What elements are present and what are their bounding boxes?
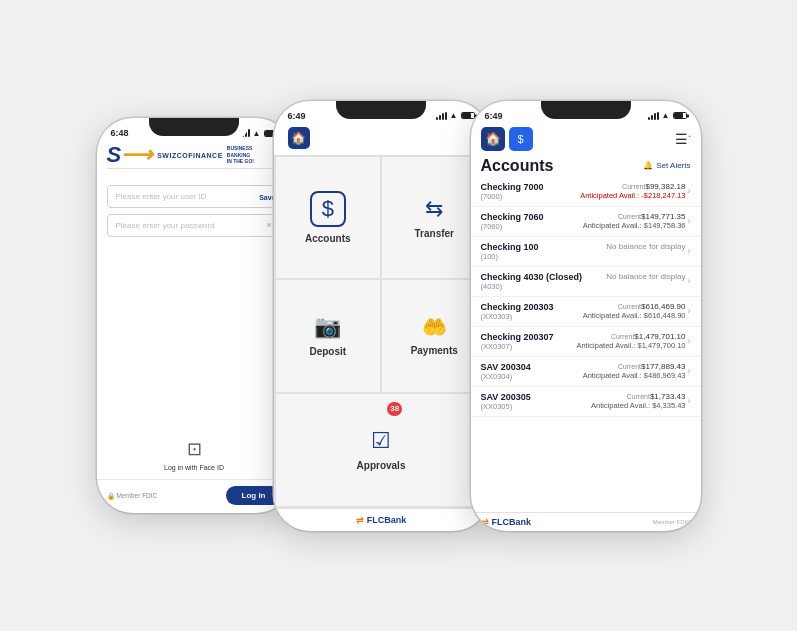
account-right-5: Current$1,479,701.10 Anticipated Avail.:…	[576, 332, 685, 350]
home-nav-icon[interactable]: 🏠	[288, 127, 310, 149]
wifi-icon: ▲	[253, 129, 261, 138]
account-avail-7: Anticipated Avail.: $4,335.43	[591, 401, 686, 410]
account-right-4: Current$616,469.90 Anticipated Avail.: $…	[583, 302, 686, 320]
account-row-7[interactable]: SAV 200305 (XX0305) Current$1,733.43 Ant…	[471, 387, 701, 417]
phone-notch-3	[541, 101, 631, 119]
payments-label: Payments	[411, 345, 458, 356]
menu-item-approvals[interactable]: 38 ☑ Approvals	[276, 394, 487, 506]
account-avail-4: Anticipated Avail.: $616,448.90	[583, 311, 686, 320]
home-icon-3[interactable]: 🏠	[481, 127, 505, 151]
account-right-6: Current$177,889.43 Anticipated Avail.: $…	[583, 362, 686, 380]
chevron-right-4: ›	[688, 306, 691, 316]
account-name-3: Checking 4030 (Closed)	[481, 272, 607, 282]
login-form: Please enter your user ID Save Please en…	[97, 177, 292, 245]
face-id-icon[interactable]: ⊡	[187, 438, 202, 460]
account-name-0: Checking 7000	[481, 182, 581, 192]
set-alerts-btn[interactable]: 🔔 Set Alerts	[643, 161, 690, 170]
account-current-6: Current$177,889.43	[618, 362, 686, 371]
account-left-4: Checking 200303 (XX0303)	[481, 302, 583, 321]
menu-footer: ⇌ FLCBank	[274, 508, 489, 531]
set-alerts-label: Set Alerts	[656, 161, 690, 170]
account-left-6: SAV 200304 (XX0304)	[481, 362, 583, 381]
account-name-5: Checking 200307	[481, 332, 577, 342]
menu-item-accounts[interactable]: $ Accounts	[276, 157, 381, 279]
phone-notch	[149, 118, 239, 136]
logo-tagline: BUSINESS BANKING IN THE GO!	[227, 145, 254, 165]
wifi-icon-2: ▲	[450, 111, 458, 120]
swizco-logo: S⟶ SWIZCOFINANCE BUSINESS BANKING IN THE…	[107, 144, 255, 166]
login-screen: S⟶ SWIZCOFINANCE BUSINESS BANKING IN THE…	[97, 140, 292, 513]
approvals-label: Approvals	[357, 460, 406, 471]
chevron-right-2: ›	[688, 246, 691, 256]
account-num-4: (XX0303)	[481, 312, 583, 321]
status-icons-2: ▲	[436, 111, 475, 120]
flc-arrows-3: ⇌	[481, 517, 489, 527]
phone-login: 6:48 ▲ S⟶	[97, 118, 292, 513]
account-left-1: Checking 7060 (7060)	[481, 212, 583, 231]
status-icons-1: ▲	[239, 129, 278, 138]
accounts-nav: 🏠 $ ☰•	[471, 123, 701, 155]
logo-name: SWIZCOFINANCE	[157, 152, 223, 159]
menu-screen: 🏠 $ Accounts ⇆ Transfer 📷 Deposit	[274, 123, 489, 531]
approvals-badge: 38	[387, 402, 402, 416]
battery-icon-3	[673, 112, 687, 119]
menu-item-deposit[interactable]: 📷 Deposit	[276, 280, 381, 392]
accounts-label: Accounts	[305, 233, 351, 244]
account-row-0[interactable]: Checking 7000 (7000) Current$99,382.18 A…	[471, 177, 701, 207]
accounts-footer: ⇌ FLCBank Member FDIC	[471, 512, 701, 531]
status-icons-3: ▲	[648, 111, 687, 120]
scene: 6:48 ▲ S⟶	[0, 0, 797, 631]
payments-icon: 🤲	[422, 315, 447, 339]
time-1: 6:48	[111, 128, 129, 138]
account-name-2: Checking 100	[481, 242, 607, 252]
account-right-0: Current$99,382.18 Anticipated Avail.: -$…	[580, 182, 685, 200]
account-right-3: No balance for display	[606, 272, 685, 281]
account-row-1[interactable]: Checking 7060 (7060) Current$149,771.35 …	[471, 207, 701, 237]
bell-icon: 🔔	[643, 161, 653, 170]
account-left-3: Checking 4030 (Closed) (4030)	[481, 272, 607, 291]
face-id-label: Log in with Face ID	[164, 464, 224, 471]
logo-mark: S⟶	[107, 144, 154, 166]
hamburger-icon[interactable]: ☰•	[675, 131, 690, 147]
phone-menu: 6:49 ▲ 🏠 $	[274, 101, 489, 531]
account-row-2[interactable]: Checking 100 (100) No balance for displa…	[471, 237, 701, 267]
account-row-6[interactable]: SAV 200304 (XX0304) Current$177,889.43 A…	[471, 357, 701, 387]
user-id-field[interactable]: Please enter your user ID	[107, 185, 282, 208]
account-current-1: Current$149,771.35	[618, 212, 686, 221]
account-no-balance-3: No balance for display	[606, 272, 685, 281]
password-placeholder: Please enter your password	[116, 221, 215, 230]
accounts-screen: 🏠 $ ☰• Accounts 🔔 Set Alerts Checking 70…	[471, 123, 701, 531]
account-row-3[interactable]: Checking 4030 (Closed) (4030) No balance…	[471, 267, 701, 297]
member-fdic-3: Member FDIC	[653, 519, 691, 525]
chevron-right-3: ›	[688, 276, 691, 286]
accounts-list: Checking 7000 (7000) Current$99,382.18 A…	[471, 177, 701, 512]
chevron-right-0: ›	[688, 186, 691, 196]
phone-notch-2	[336, 101, 426, 119]
accounts-nav-icons: 🏠 $	[481, 127, 533, 151]
account-left-2: Checking 100 (100)	[481, 242, 607, 261]
password-field[interactable]: Please enter your password 👁	[107, 214, 282, 237]
account-name-4: Checking 200303	[481, 302, 583, 312]
signal-icon-3	[648, 112, 659, 120]
signal-icon	[239, 129, 250, 137]
account-num-7: (XX0305)	[481, 402, 591, 411]
account-row-4[interactable]: Checking 200303 (XX0303) Current$616,469…	[471, 297, 701, 327]
account-name-1: Checking 7060	[481, 212, 583, 222]
flc-logo-3: ⇌ FLCBank	[481, 517, 532, 527]
account-avail-6: Anticipated Avail.: $486,969.43	[583, 371, 686, 380]
account-avail-5: Anticipated Avail.: $1,479,700.10	[576, 341, 685, 350]
accounts-icon: $	[310, 191, 346, 227]
account-num-1: (7060)	[481, 222, 583, 231]
account-name-7: SAV 200305	[481, 392, 591, 402]
deposit-icon: 📷	[314, 314, 341, 340]
eye-icon[interactable]: 👁	[266, 222, 273, 229]
account-name-6: SAV 200304	[481, 362, 583, 372]
flc-text-2: FLCBank	[367, 515, 407, 525]
deposit-label: Deposit	[309, 346, 346, 357]
face-id-section: ⊡ Log in with Face ID	[97, 430, 292, 479]
user-id-wrapper: Please enter your user ID Save	[107, 185, 282, 208]
dollar-icon-3[interactable]: $	[509, 127, 533, 151]
account-left-5: Checking 200307 (XX0307)	[481, 332, 577, 351]
flc-logo-2: ⇌ FLCBank	[356, 515, 407, 525]
account-row-5[interactable]: Checking 200307 (XX0307) Current$1,479,7…	[471, 327, 701, 357]
